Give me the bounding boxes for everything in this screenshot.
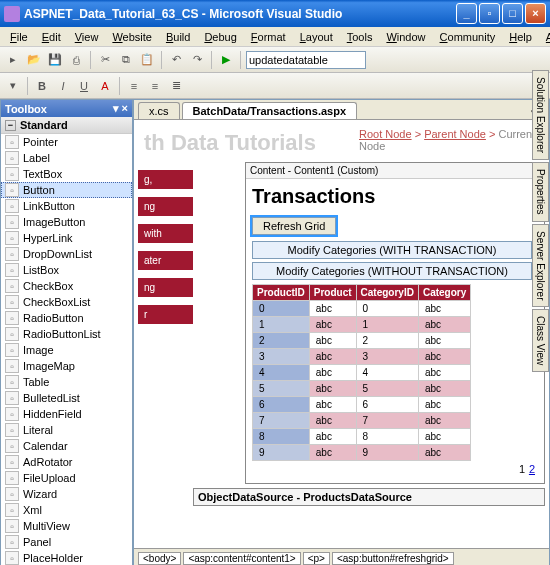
menu-help[interactable]: Help	[503, 29, 538, 45]
undo-icon[interactable]: ↶	[167, 51, 185, 69]
toolbox-item-bulletedlist[interactable]: ▫BulletedList	[1, 390, 132, 406]
table-row[interactable]: 7abc7abc	[253, 413, 471, 429]
toolbox-item-dropdownlist[interactable]: ▫DropDownList	[1, 246, 132, 262]
new-icon[interactable]: ▸	[4, 51, 22, 69]
nav-item[interactable]: ater	[138, 251, 193, 270]
toolbox-item-calendar[interactable]: ▫Calendar	[1, 438, 132, 454]
side-tab[interactable]: Server Explorer	[532, 224, 549, 307]
side-tab[interactable]: Solution Explorer	[532, 70, 549, 160]
bold-icon[interactable]: B	[33, 77, 51, 95]
refresh-grid-button[interactable]: Refresh Grid	[252, 217, 336, 235]
tag-nav-item[interactable]: <p>	[303, 552, 330, 565]
minimize-button[interactable]: _	[456, 3, 477, 24]
doc-tab-active[interactable]: BatchData/Transactions.aspx	[182, 102, 357, 119]
list-icon[interactable]: ≣	[167, 77, 185, 95]
toolbox-item-imagemap[interactable]: ▫ImageMap	[1, 358, 132, 374]
tag-nav-item[interactable]: <body>	[138, 552, 181, 565]
modify-without-transaction-button[interactable]: Modify Categories (WITHOUT TRANSACTION)	[252, 262, 532, 280]
side-tab[interactable]: Class View	[532, 309, 549, 372]
toolbox-item-checkboxlist[interactable]: ▫CheckBoxList	[1, 294, 132, 310]
table-row[interactable]: 4abc4abc	[253, 365, 471, 381]
side-tab[interactable]: Properties	[532, 162, 549, 222]
table-row[interactable]: 0abc0abc	[253, 301, 471, 317]
nav-item[interactable]: g,	[138, 170, 193, 189]
breadcrumb-parent[interactable]: Parent Node	[424, 128, 486, 140]
menu-community[interactable]: Community	[434, 29, 502, 45]
redo-icon[interactable]: ↷	[188, 51, 206, 69]
toolbox-item-textbox[interactable]: ▫TextBox	[1, 166, 132, 182]
menu-addins[interactable]: Addins	[540, 29, 550, 45]
save-all-icon[interactable]: ⎙	[67, 51, 85, 69]
toolbox-item-button[interactable]: ▫Button	[1, 182, 132, 198]
column-header[interactable]: Product	[309, 285, 356, 301]
menu-edit[interactable]: Edit	[36, 29, 67, 45]
toolbox-item-pointer[interactable]: ▫Pointer	[1, 134, 132, 150]
menu-window[interactable]: Window	[380, 29, 431, 45]
nav-item[interactable]: r	[138, 305, 193, 324]
breadcrumb-root[interactable]: Root Node	[359, 128, 412, 140]
align-center-icon[interactable]: ≡	[146, 77, 164, 95]
menu-debug[interactable]: Debug	[198, 29, 242, 45]
dropdown-icon[interactable]: ▾	[4, 77, 22, 95]
toolbox-item-listbox[interactable]: ▫ListBox	[1, 262, 132, 278]
toolbox-item-adrotator[interactable]: ▫AdRotator	[1, 454, 132, 470]
nav-item[interactable]: ng	[138, 278, 193, 297]
toolbox-item-linkbutton[interactable]: ▫LinkButton	[1, 198, 132, 214]
restore-button[interactable]: ▫	[479, 3, 500, 24]
toolbox-item-radiobuttonlist[interactable]: ▫RadioButtonList	[1, 326, 132, 342]
table-row[interactable]: 3abc3abc	[253, 349, 471, 365]
maximize-button[interactable]: □	[502, 3, 523, 24]
underline-icon[interactable]: U	[75, 77, 93, 95]
save-icon[interactable]: 💾	[46, 51, 64, 69]
modify-with-transaction-button[interactable]: Modify Categories (WITH TRANSACTION)	[252, 241, 532, 259]
toolbox-item-wizard[interactable]: ▫Wizard	[1, 486, 132, 502]
toolbox-item-image[interactable]: ▫Image	[1, 342, 132, 358]
table-row[interactable]: 2abc2abc	[253, 333, 471, 349]
menu-layout[interactable]: Layout	[294, 29, 339, 45]
paste-icon[interactable]: 📋	[138, 51, 156, 69]
menu-format[interactable]: Format	[245, 29, 292, 45]
toolbox-item-fileupload[interactable]: ▫FileUpload	[1, 470, 132, 486]
table-row[interactable]: 1abc1abc	[253, 317, 471, 333]
toolbox-item-checkbox[interactable]: ▫CheckBox	[1, 278, 132, 294]
toolbox-item-literal[interactable]: ▫Literal	[1, 422, 132, 438]
close-button[interactable]: ×	[525, 3, 546, 24]
toolbox-item-label[interactable]: ▫Label	[1, 150, 132, 166]
gridview[interactable]: ProductIDProductCategoryIDCategory 0abc0…	[252, 284, 471, 461]
toolbox-item-hyperlink[interactable]: ▫HyperLink	[1, 230, 132, 246]
toolbox-item-panel[interactable]: ▫Panel	[1, 534, 132, 550]
objectdatasource[interactable]: ObjectDataSource - ProductsDataSource	[193, 488, 545, 506]
nav-item[interactable]: ng	[138, 197, 193, 216]
pager-link[interactable]: 2	[529, 463, 535, 475]
toolbox-item-table[interactable]: ▫Table	[1, 374, 132, 390]
align-left-icon[interactable]: ≡	[125, 77, 143, 95]
run-icon[interactable]: ▶	[217, 51, 235, 69]
toolbox-item-placeholder[interactable]: ▫PlaceHolder	[1, 550, 132, 565]
toolbox-header[interactable]: Toolbox ▾ ×	[1, 100, 132, 117]
column-header[interactable]: ProductID	[253, 285, 310, 301]
menu-file[interactable]: File	[4, 29, 34, 45]
table-row[interactable]: 5abc5abc	[253, 381, 471, 397]
column-header[interactable]: CategoryID	[356, 285, 418, 301]
menu-build[interactable]: Build	[160, 29, 196, 45]
tag-nav-item[interactable]: <asp:button#refreshgrid>	[332, 552, 454, 565]
copy-icon[interactable]: ⧉	[117, 51, 135, 69]
italic-icon[interactable]: I	[54, 77, 72, 95]
menu-view[interactable]: View	[69, 29, 105, 45]
toolbox-item-radiobutton[interactable]: ▫RadioButton	[1, 310, 132, 326]
tag-nav-item[interactable]: <asp:content#content1>	[183, 552, 300, 565]
table-row[interactable]: 9abc9abc	[253, 445, 471, 461]
doc-tab[interactable]: x.cs	[138, 102, 180, 119]
toolbox-item-multiview[interactable]: ▫MultiView	[1, 518, 132, 534]
menu-tools[interactable]: Tools	[341, 29, 379, 45]
toolbox-item-hiddenfield[interactable]: ▫HiddenField	[1, 406, 132, 422]
open-icon[interactable]: 📂	[25, 51, 43, 69]
find-input[interactable]	[246, 51, 366, 69]
design-surface[interactable]: th Data Tutorials Root Node > Parent Nod…	[134, 120, 549, 548]
column-header[interactable]: Category	[418, 285, 470, 301]
menu-website[interactable]: Website	[106, 29, 158, 45]
forecolor-icon[interactable]: A	[96, 77, 114, 95]
pin-icon[interactable]: ▾ ×	[113, 102, 128, 115]
nav-item[interactable]: with	[138, 224, 193, 243]
toolbox-item-xml[interactable]: ▫Xml	[1, 502, 132, 518]
